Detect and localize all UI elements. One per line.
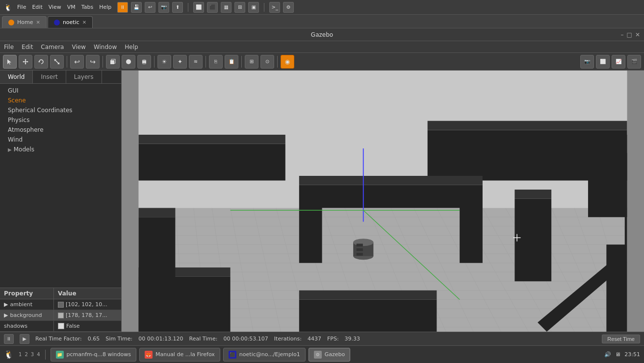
view-angle-btn[interactable]: ◉ xyxy=(281,55,294,69)
gazebo-menu-view[interactable]: View xyxy=(72,44,85,50)
svg-marker-70 xyxy=(299,290,437,300)
gazebo-menu-edit[interactable]: Edit xyxy=(22,44,33,50)
os-menu-tabs[interactable]: Tabs xyxy=(81,4,93,10)
property-value-background[interactable]: [178, 178, 17... xyxy=(54,310,121,320)
gazebo-icon: ⚙ xyxy=(314,351,322,359)
os-layout3-btn[interactable]: ▦ xyxy=(221,2,232,13)
tab-world[interactable]: World xyxy=(0,71,33,83)
os-extra-btn[interactable]: ⚙ xyxy=(283,2,294,13)
taskbar-item-files[interactable]: 📁 pcmanfm-q...8 windows xyxy=(51,348,136,362)
undo-btn[interactable]: ↩ xyxy=(70,55,84,69)
screenshot-btn[interactable]: 📷 xyxy=(580,55,594,69)
svg-marker-3 xyxy=(25,59,26,60)
files-icon: 📁 xyxy=(56,351,64,359)
spot-light-btn[interactable]: ✦ xyxy=(173,55,187,69)
left-panel: World Insert Layers GUI Scene Spherical … xyxy=(0,71,122,332)
select-tool-btn[interactable] xyxy=(3,55,17,69)
tree-item-models[interactable]: ▶ Models xyxy=(0,145,121,154)
cylinder-btn[interactable] xyxy=(137,55,151,69)
tree-item-scene[interactable]: Scene xyxy=(0,96,121,105)
gazebo-menu-camera[interactable]: Camera xyxy=(41,44,64,50)
tree-item-spherical[interactable]: Spherical Coordinates xyxy=(0,105,121,115)
browser-tab-noetic[interactable]: noetic ✕ xyxy=(48,16,93,28)
background-value: [178, 178, 17... xyxy=(66,312,107,318)
os-upload-btn[interactable]: ⬆ xyxy=(172,2,183,13)
os-save-btn[interactable]: 💾 xyxy=(131,2,142,13)
property-row-shadows[interactable]: shadows False xyxy=(0,321,121,332)
video-btn[interactable]: 🎬 xyxy=(627,55,641,69)
plot-btn[interactable]: 📈 xyxy=(612,55,625,69)
copy-btn[interactable]: ⎘ xyxy=(209,55,223,69)
gazebo-menu-window[interactable]: Window xyxy=(94,44,117,50)
point-light-btn[interactable]: ☀ xyxy=(157,55,171,69)
ros-icon: ⬛ xyxy=(229,351,236,359)
property-value-shadows[interactable]: False xyxy=(54,321,121,331)
taskbar-item-firefox[interactable]: 🦊 Manual de ...la Firefox xyxy=(139,348,220,362)
reset-time-btn[interactable]: Reset Time xyxy=(602,335,640,343)
tree-item-wind[interactable]: Wind xyxy=(0,135,121,145)
record-btn[interactable]: ⬜ xyxy=(596,55,610,69)
rotate-tool-btn[interactable] xyxy=(34,55,48,69)
workspace-2[interactable]: 2 xyxy=(25,352,27,357)
os-layout2-btn[interactable]: ⬛ xyxy=(207,2,218,13)
close-btn[interactable]: ✕ xyxy=(635,31,640,38)
taskbar-right: 🔊 🖥 23:51 xyxy=(604,351,640,358)
shadows-checkbox[interactable] xyxy=(58,323,64,329)
os-menu-file[interactable]: File xyxy=(17,4,26,10)
workspace-3[interactable]: 3 xyxy=(31,352,34,357)
os-start-icon[interactable]: 🐧 xyxy=(4,3,12,11)
tree-item-physics[interactable]: Physics xyxy=(0,115,121,125)
dir-light-btn[interactable]: ≋ xyxy=(189,55,203,69)
home-tab-label: Home xyxy=(17,19,33,25)
home-tab-close[interactable]: ✕ xyxy=(36,20,40,25)
taskbar-item-terminal[interactable]: ⬛ noetic@no.../Ejemplo1 xyxy=(223,348,306,362)
taskbar-start-icon[interactable]: 🐧 xyxy=(4,350,14,359)
maximize-btn[interactable]: □ xyxy=(627,31,632,38)
snap-btn[interactable]: ⊙ xyxy=(260,55,274,69)
translate-tool-btn[interactable] xyxy=(19,55,32,69)
workspace-1[interactable]: 1 xyxy=(19,352,22,357)
gazebo-statusbar: ⏸ ▶ Real Time Factor: 0.65 Sim Time: 00 … xyxy=(0,332,644,345)
tab-layers[interactable]: Layers xyxy=(66,71,102,83)
os-menu-help[interactable]: Help xyxy=(99,4,111,10)
redo-btn[interactable]: ↪ xyxy=(86,55,100,69)
paste-btn[interactable]: 📋 xyxy=(225,55,238,69)
os-layout1-btn[interactable]: ⬜ xyxy=(193,2,204,13)
property-row-ambient[interactable]: ▶ ambient [102, 102, 10... xyxy=(0,299,121,310)
tab-insert[interactable]: Insert xyxy=(33,71,66,83)
gazebo-menu-help[interactable]: Help xyxy=(125,44,138,50)
tree-item-gui[interactable]: GUI xyxy=(0,86,121,96)
os-layout5-btn[interactable]: ▣ xyxy=(248,2,259,13)
taskbar-network-icon[interactable]: 🖥 xyxy=(615,351,620,358)
home-tab-icon xyxy=(8,20,14,25)
os-terminal-btn[interactable]: >_ xyxy=(269,2,280,13)
property-value-ambient[interactable]: [102, 102, 10... xyxy=(54,299,121,310)
pause-btn[interactable]: ⏸ xyxy=(4,334,14,344)
os-taskbar: 🐧 1 2 3 4 📁 pcmanfm-q...8 windows 🦊 Manu… xyxy=(0,345,644,363)
taskbar-sound-icon[interactable]: 🔊 xyxy=(604,351,611,358)
minimize-btn[interactable]: – xyxy=(621,31,624,38)
tree-item-atmosphere[interactable]: Atmosphere xyxy=(0,125,121,135)
step-btn[interactable]: ▶ xyxy=(20,334,29,344)
sphere-btn[interactable] xyxy=(122,55,135,69)
align-btn[interactable]: ⊞ xyxy=(245,55,258,69)
taskbar-item-gazebo[interactable]: ⚙ Gazebo xyxy=(309,348,351,362)
box-btn[interactable] xyxy=(106,55,120,69)
gazebo-menu-file[interactable]: File xyxy=(4,44,14,50)
os-menu-vm[interactable]: VM xyxy=(67,4,76,10)
simtime-value: 00 00:01:13.120 xyxy=(138,336,183,342)
os-restore-btn[interactable]: ↩ xyxy=(145,2,155,13)
svg-rect-82 xyxy=(357,253,363,256)
os-snapshot-btn[interactable]: 📷 xyxy=(158,2,169,13)
property-row-background[interactable]: ▶ background [178, 178, 17... xyxy=(0,310,121,321)
3d-viewport[interactable] xyxy=(122,71,644,332)
noetic-tab-close[interactable]: ✕ xyxy=(82,20,86,25)
os-layout4-btn[interactable]: ⊞ xyxy=(234,2,245,13)
os-pause-btn[interactable]: ⏸ xyxy=(117,2,128,13)
svg-rect-11 xyxy=(110,60,114,64)
workspace-4[interactable]: 4 xyxy=(37,352,40,357)
os-menu-edit[interactable]: Edit xyxy=(32,4,42,10)
os-menu-view[interactable]: View xyxy=(49,4,61,10)
scale-tool-btn[interactable] xyxy=(50,55,64,69)
browser-tab-home[interactable]: Home ✕ xyxy=(2,16,47,28)
